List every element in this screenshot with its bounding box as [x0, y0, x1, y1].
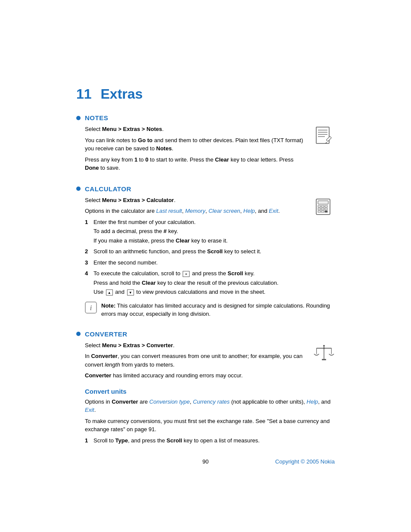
- converter-step-1: 1 Scroll to Type, and press the Scroll k…: [85, 436, 335, 445]
- calc-step-3: 3 Enter the second number.: [85, 258, 335, 267]
- svg-rect-14: [321, 208, 324, 210]
- svg-rect-21: [322, 359, 326, 360]
- calc-step-2: 2 Scroll to an arithmetic function, and …: [85, 247, 335, 256]
- svg-rect-13: [318, 208, 321, 210]
- calculator-bullet: [76, 187, 81, 191]
- notes-section: NOTES Select Menu > Extras > Notes. You …: [76, 114, 335, 175]
- convert-units-options: Options in Converter are Conversion type…: [85, 398, 335, 414]
- convert-currency-para: To make currency conversions, you must f…: [85, 417, 335, 434]
- converter-steps: 1 Scroll to Type, and press the Scroll k…: [85, 436, 335, 445]
- svg-rect-11: [321, 205, 324, 207]
- notes-icon-svg: [314, 126, 334, 146]
- calculator-note-box: i Note: This calculator has limited accu…: [85, 300, 335, 320]
- notes-bullet: [76, 116, 81, 120]
- calc-step-4: 4 To execute the calculation, scroll to …: [85, 269, 335, 296]
- note-text: Note: This calculator has limited accura…: [101, 302, 335, 318]
- svg-rect-18: [325, 211, 327, 212]
- calculator-section: CALCULATOR Select Menu > Extras > Calcul…: [76, 185, 335, 320]
- calculator-section-row: Select Menu > Extras > Calculator. Optio…: [85, 196, 335, 218]
- svg-rect-12: [325, 205, 327, 207]
- svg-rect-9: [318, 201, 328, 204]
- converter-bullet: [76, 332, 81, 336]
- content: 11 Extras NOTES Select Menu > Extras > N…: [76, 86, 335, 491]
- calculator-section-title: CALCULATOR: [85, 185, 131, 193]
- calculator-heading-row: CALCULATOR: [76, 185, 335, 193]
- calculator-steps: 1 Enter the first number of your calcula…: [85, 218, 335, 296]
- converter-section-row: Select Menu > Extras > Converter. In Con…: [85, 341, 335, 383]
- copyright: Copyright © 2005 Nokia: [275, 458, 335, 465]
- page: 11 Extras NOTES Select Menu > Extras > N…: [0, 0, 411, 532]
- svg-point-26: [323, 345, 325, 346]
- convert-units-title: Convert units: [85, 388, 335, 395]
- notes-para2: Press any key from 1 to 0 to start to wr…: [85, 156, 306, 172]
- calculator-options: Options in the calculator are Last resul…: [85, 207, 306, 215]
- svg-rect-16: [318, 211, 321, 212]
- calculator-section-content: Select Menu > Extras > Calculator. Optio…: [76, 196, 335, 320]
- svg-rect-17: [321, 211, 324, 212]
- converter-para2: Converter has limited accuracy and round…: [85, 371, 306, 380]
- calc-down-icon: ▼: [127, 289, 134, 296]
- converter-text-area: Select Menu > Extras > Converter. In Con…: [85, 341, 306, 383]
- calculator-select: Select Menu > Extras > Calculator.: [85, 196, 306, 205]
- converter-icon: [313, 341, 335, 363]
- calculator-icon-svg: [314, 197, 334, 217]
- calc-up-icon: ▲: [106, 289, 113, 296]
- notes-section-title: NOTES: [85, 114, 108, 121]
- calc-equals-icon: ≡: [183, 271, 190, 277]
- svg-rect-10: [318, 205, 321, 207]
- svg-rect-15: [325, 208, 327, 210]
- calc-step-1: 1 Enter the first number of your calcula…: [85, 218, 335, 245]
- converter-heading-row: CONVERTER: [76, 330, 335, 338]
- notes-text-area: Select Menu > Extras > Notes. You can li…: [85, 125, 306, 175]
- converter-select: Select Menu > Extras > Converter.: [85, 341, 306, 350]
- calculator-icon: [313, 196, 335, 218]
- notes-section-content: Select Menu > Extras > Notes. You can li…: [76, 125, 335, 175]
- converter-section-content: Select Menu > Extras > Converter. In Con…: [76, 341, 335, 445]
- converter-icon-svg: [313, 342, 335, 362]
- chapter-title: 11 Extras: [76, 86, 335, 102]
- notes-para1: You can link notes to Go to and send the…: [85, 136, 306, 153]
- notes-heading-row: NOTES: [76, 114, 335, 121]
- chapter-number: 11: [76, 86, 92, 102]
- notes-section-row: Select Menu > Extras > Notes. You can li…: [85, 125, 335, 175]
- page-footer: 90 Copyright © 2005 Nokia: [76, 455, 335, 465]
- note-icon: i: [85, 302, 97, 314]
- converter-section-title: CONVERTER: [85, 330, 128, 338]
- converter-section: CONVERTER Select Menu > Extras > Convert…: [76, 330, 335, 445]
- note-icon-svg: i: [85, 302, 97, 314]
- page-number: 90: [162, 458, 249, 465]
- svg-point-27: [323, 347, 325, 349]
- notes-select: Select Menu > Extras > Notes.: [85, 125, 306, 134]
- svg-text:i: i: [90, 304, 92, 311]
- calculator-text-area: Select Menu > Extras > Calculator. Optio…: [85, 196, 306, 218]
- svg-rect-5: [326, 136, 331, 141]
- converter-para1: In Converter, you can convert measures f…: [85, 352, 306, 369]
- chapter-title-text: Extras: [100, 86, 143, 102]
- notes-icon: [313, 125, 335, 146]
